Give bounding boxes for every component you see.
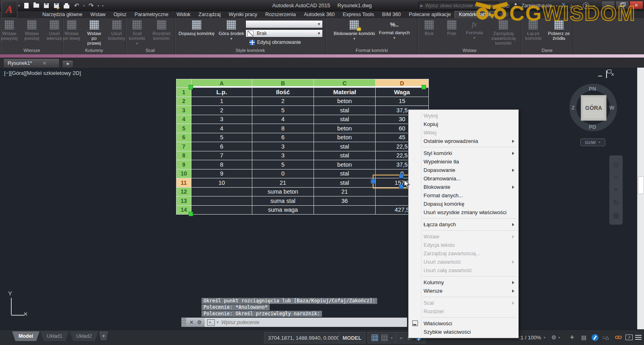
table-cell[interactable]: 10 bbox=[191, 178, 252, 187]
viewcube-west-label[interactable]: Z bbox=[571, 105, 575, 111]
menu-item-format-danych[interactable]: Format danych... bbox=[409, 191, 518, 200]
ribbon-tab-narzędzia-główne[interactable]: Narzędzia główne bbox=[38, 11, 86, 18]
save-icon[interactable] bbox=[43, 2, 50, 9]
connect-cloud-icon[interactable] bbox=[501, 12, 509, 17]
row-header-4[interactable]: 4 bbox=[177, 115, 191, 124]
table-cell[interactable]: Ilość bbox=[252, 88, 314, 97]
layout-tab-układ1[interactable]: Układ1 bbox=[40, 331, 69, 341]
workspace-switching-icon[interactable]: □△ bbox=[603, 332, 609, 343]
cell-grip-top-right[interactable] bbox=[399, 174, 403, 178]
format-danych-button[interactable]: %..Format danych▾ bbox=[377, 19, 411, 41]
steering-wheel-icon[interactable]: ◎ bbox=[613, 160, 619, 169]
orbit-icon[interactable]: ↻ bbox=[613, 198, 619, 207]
table-cell[interactable]: 6 bbox=[252, 133, 314, 142]
table-cell[interactable]: 5 bbox=[252, 160, 314, 169]
table-cell[interactable]: 5 bbox=[252, 106, 314, 115]
ribbon-options-dropdown-icon[interactable]: ▾ bbox=[510, 13, 512, 17]
customization-menu-icon[interactable] bbox=[635, 332, 642, 343]
layout-tab-model[interactable]: Model bbox=[12, 331, 39, 341]
coordinates-display[interactable]: 3704.1871, 1488.9940, 0.0000 bbox=[264, 332, 343, 343]
menu-item-blokowanie[interactable]: Blokowanie bbox=[409, 183, 518, 191]
table-cell[interactable]: suma waga bbox=[252, 206, 314, 215]
help-icon[interactable]: ? bbox=[583, 2, 589, 9]
ribbon-tab-zarządzaj[interactable]: Zarządzaj bbox=[195, 11, 225, 18]
search-binoculars-icon[interactable] bbox=[502, 4, 509, 8]
ribbon-tab-rozszerzenia[interactable]: Rozszerzenia bbox=[261, 11, 300, 18]
row-header-11[interactable]: 11 bbox=[177, 178, 191, 187]
sign-in-dropdown-icon[interactable]: ▾ bbox=[556, 4, 557, 8]
menu-item-dopasuj-komórkę[interactable]: Dopasuj komórkę bbox=[409, 200, 518, 208]
isolate-objects-icon[interactable] bbox=[615, 332, 622, 343]
table-cell[interactable]: stal bbox=[314, 169, 375, 178]
drawing-area[interactable]: [−][Góra][Model szkieletowy 2D] × PN Z W… bbox=[0, 68, 644, 329]
viewcube-east-label[interactable]: W bbox=[609, 105, 614, 111]
table-cell[interactable]: 21 bbox=[252, 178, 314, 187]
ribbon-tab-opisz[interactable]: Opisz bbox=[110, 11, 131, 18]
ribbon-tab-wyniki-pracy[interactable]: Wyniki pracy bbox=[225, 11, 262, 18]
row-header-8[interactable]: 8 bbox=[177, 151, 191, 160]
sign-in-label[interactable]: Zarejestruj się bbox=[521, 3, 552, 8]
table-cell[interactable] bbox=[191, 188, 252, 196]
menu-item-wiersze[interactable]: Wiersze bbox=[409, 287, 518, 295]
autodesk360-icon[interactable]: △ bbox=[570, 3, 573, 8]
snap-dropdown-icon[interactable]: ▾ bbox=[391, 336, 393, 340]
command-bar-grip[interactable] bbox=[181, 318, 186, 327]
table-cell[interactable] bbox=[314, 206, 375, 215]
clean-screen-icon[interactable]: ↗ bbox=[625, 332, 633, 343]
workspace-plus-icon[interactable]: + bbox=[570, 332, 574, 343]
annotation-scale-display[interactable]: :1 / 100% ▾ bbox=[519, 332, 545, 343]
row-header-12[interactable]: 12 bbox=[177, 188, 191, 196]
undo-icon[interactable]: ↶ bbox=[73, 2, 80, 9]
redo-dropdown-icon[interactable]: ▾ bbox=[98, 4, 99, 8]
autocad-logo-icon[interactable]: A bbox=[1, 1, 17, 18]
table-cell[interactable]: 2 bbox=[252, 97, 314, 106]
cell-grip-bottom-right[interactable] bbox=[399, 184, 403, 189]
ribbon-tab-parametryczne[interactable]: Parametryczne bbox=[131, 11, 172, 18]
table-cell[interactable]: Waga bbox=[376, 88, 428, 97]
cell-grip-left[interactable] bbox=[371, 179, 375, 184]
table-cell[interactable]: 4 bbox=[252, 115, 314, 124]
viewport-minimize-icon[interactable] bbox=[598, 76, 602, 76]
wstaw-po-prawej-button[interactable]: →Wstaw po prawej bbox=[83, 19, 105, 46]
ucs-selector-button[interactable]: GUW ▼ bbox=[580, 138, 605, 146]
menu-item-ostatnie-wprowadzenia[interactable]: Ostatnie wprowadzenia bbox=[409, 137, 518, 145]
layout-tab-układ2[interactable]: Układ2 bbox=[70, 331, 98, 341]
app-menu-arrow-icon[interactable]: ▾ bbox=[18, 4, 20, 8]
save-as-icon[interactable] bbox=[53, 2, 60, 9]
autodesk360-dropdown-icon[interactable]: ▾ bbox=[577, 4, 579, 8]
table-cell[interactable]: 3 bbox=[252, 142, 314, 151]
table-cell[interactable]: stal bbox=[314, 142, 375, 151]
table-cell[interactable]: 7 bbox=[191, 151, 252, 160]
table-cell[interactable]: 6 bbox=[191, 142, 252, 151]
annotation-monitor-icon[interactable] bbox=[592, 332, 598, 343]
viewport-close-icon[interactable]: × bbox=[611, 71, 614, 78]
menu-item-właściwości[interactable]: Właściwości bbox=[409, 319, 518, 328]
row-header-13[interactable]: 13 bbox=[177, 196, 191, 205]
viewport-restore-icon[interactable] bbox=[606, 71, 607, 78]
minimize-button[interactable]: – bbox=[601, 1, 615, 9]
showmotion-icon[interactable]: ▦ bbox=[613, 211, 619, 220]
ribbon-tab-komórki-tabeli[interactable]: Komórki tabeli bbox=[455, 11, 495, 18]
table-cell[interactable]: 8 bbox=[191, 160, 252, 169]
row-header-6[interactable]: 6 bbox=[177, 133, 191, 142]
command-prompt-icon[interactable]: >_ bbox=[207, 319, 215, 326]
command-customize-icon[interactable]: ⚙ bbox=[197, 319, 202, 325]
table-cell[interactable]: beton bbox=[314, 133, 375, 142]
row-header-3[interactable]: 3 bbox=[177, 106, 191, 115]
menu-item-łącza-danych[interactable]: Łącza danych bbox=[409, 220, 518, 229]
table-cell[interactable]: 3 bbox=[252, 151, 314, 160]
gear-icon[interactable]: ⚙ bbox=[551, 334, 557, 341]
menu-item-kolumny[interactable]: Kolumny bbox=[409, 278, 518, 287]
drawing-file-tab[interactable]: Rysunek1* ✕ bbox=[3, 58, 60, 68]
menu-item-obramowania[interactable]: Obramowania... bbox=[409, 174, 518, 183]
table-cell[interactable]: 36 bbox=[314, 196, 375, 205]
table-cell[interactable]: 1 bbox=[191, 97, 252, 106]
viewcube-south-label[interactable]: PD bbox=[589, 124, 596, 130]
exchange-apps-icon[interactable]: X bbox=[561, 2, 565, 9]
góra-środek-button[interactable]: Góra środek▾ bbox=[217, 19, 245, 42]
ribbon-tab-bim-360[interactable]: BIM 360 bbox=[378, 11, 405, 18]
edit-border-button[interactable]: Edytuj obramowanie bbox=[245, 39, 323, 46]
ribbon-tab-wstaw[interactable]: Wstaw bbox=[86, 11, 110, 18]
viewcube-top-face[interactable]: GÓRA bbox=[581, 95, 607, 121]
undo-dropdown-icon[interactable]: ▾ bbox=[83, 4, 85, 8]
